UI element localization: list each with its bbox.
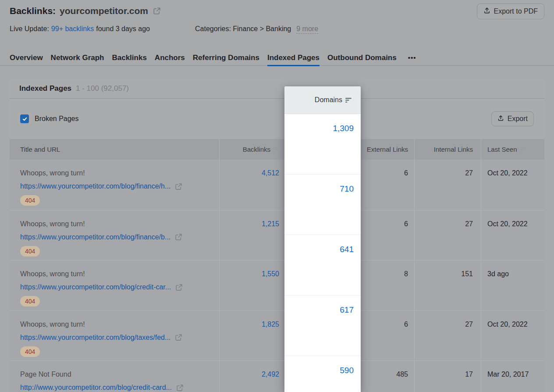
external-links-count: 6 xyxy=(361,311,414,361)
analyzed-domain: yourcompetitor.com xyxy=(60,6,148,16)
page-url-link[interactable]: https://www.yourcompetitor.com/blog/fina… xyxy=(20,232,170,242)
backlinks-count-link[interactable]: 4,512 xyxy=(219,160,284,210)
tab-referring-domains[interactable]: Referring Domains xyxy=(193,53,259,66)
domains-count-link[interactable]: 617 xyxy=(340,305,354,315)
page-url-line: https://www.yourcompetitor.com/blog/fina… xyxy=(20,232,219,242)
backlinks-count-link[interactable]: 2,492 xyxy=(219,361,284,392)
card-header: Indexed Pages 1 - 100 (92,057) xyxy=(10,79,544,99)
filter-row: Broken Pages Export xyxy=(10,99,544,139)
table-row: Whoops, wrong turn! https://www.yourcomp… xyxy=(10,210,544,260)
internal-links-count: 17 xyxy=(414,361,481,392)
page-title-text: Whoops, wrong turn! xyxy=(20,168,219,178)
export-to-pdf-button[interactable]: Export to PDF xyxy=(477,4,544,19)
indexed-pages-card: Indexed Pages 1 - 100 (92,057) Broken Pa… xyxy=(10,79,544,392)
report-tabs: OverviewNetwork GraphBacklinksAnchorsRef… xyxy=(0,53,554,66)
card-title: Indexed Pages xyxy=(19,84,71,93)
external-link-icon[interactable] xyxy=(175,284,183,291)
live-update-suffix: found 3 days ago xyxy=(96,25,150,33)
export-button[interactable]: Export xyxy=(491,111,534,126)
external-links-count: 8 xyxy=(361,260,414,310)
column-header-domains[interactable]: Domains xyxy=(284,86,361,114)
tab-list: OverviewNetwork GraphBacklinksAnchorsRef… xyxy=(10,53,397,66)
http-status-badge: 404 xyxy=(20,346,40,357)
tab-overview[interactable]: Overview xyxy=(10,53,43,66)
export-to-pdf-label: Export to PDF xyxy=(494,7,538,15)
last-seen-value: Oct 20, 2022 xyxy=(481,311,544,361)
external-links-count: 6 xyxy=(361,210,414,260)
title-url-cell: Page Not Found http://www.yourcompetitor… xyxy=(10,361,219,392)
last-seen-value: Oct 20, 2022 xyxy=(481,210,544,260)
page-url-line: https://www.yourcompetitor.com/blog/fina… xyxy=(20,182,219,191)
page-url-link[interactable]: https://www.yourcompetitor.com/blog/taxe… xyxy=(20,333,170,342)
export-label: Export xyxy=(508,115,528,123)
column-header-last-seen[interactable]: Last Seen xyxy=(481,139,544,160)
page-url-link[interactable]: https://www.yourcompetitor.com/blog/cred… xyxy=(20,282,171,292)
backlinks-header-label: Backlinks xyxy=(243,146,270,153)
column-header-external-links[interactable]: External Links xyxy=(361,139,414,160)
tab-backlinks[interactable]: Backlinks xyxy=(112,53,146,66)
categories-more-link[interactable]: 9 more xyxy=(296,25,318,34)
last-seen-value: 3d ago xyxy=(481,260,544,310)
last-seen-header-label: Last Seen xyxy=(487,146,517,153)
title-url-cell: Whoops, wrong turn! https://www.yourcomp… xyxy=(10,260,219,310)
column-header-title-url: Title and URL xyxy=(10,139,219,160)
backlinks-count-link[interactable]: 1,825 xyxy=(219,311,284,361)
page-title-text: Whoops, wrong turn! xyxy=(20,219,219,229)
internal-links-count: 27 xyxy=(414,160,481,210)
sort-icon xyxy=(520,147,526,152)
external-links-count: 485 xyxy=(361,361,414,392)
backlinks-count-link[interactable]: 1,215 xyxy=(219,210,284,260)
table-header-row: Title and URL Backlinks External Links I… xyxy=(10,139,544,160)
page-url-link[interactable]: https://www.yourcompetitor.com/blog/fina… xyxy=(20,182,170,191)
tab-network-graph[interactable]: Network Graph xyxy=(51,53,104,66)
domains-count-link[interactable]: 710 xyxy=(340,184,354,194)
last-seen-value: Mar 20, 2017 xyxy=(481,361,544,392)
indexed-pages-table: Title and URL Backlinks External Links I… xyxy=(10,139,544,392)
result-range: 1 - 100 (92,057) xyxy=(76,84,129,93)
domains-cell: 1,309 xyxy=(284,114,361,175)
external-link-icon[interactable] xyxy=(175,233,182,241)
broken-pages-filter[interactable]: Broken Pages xyxy=(20,114,79,123)
broken-pages-checkbox[interactable] xyxy=(20,114,29,123)
column-header-internal-links[interactable]: Internal Links xyxy=(414,139,481,160)
external-link-icon[interactable] xyxy=(175,334,182,341)
external-link-icon[interactable] xyxy=(175,183,182,190)
external-link-icon[interactable] xyxy=(176,384,184,392)
meta-row: Live Update: 99+ backlinks found 3 days … xyxy=(10,25,544,35)
backlinks-found-link[interactable]: 99+ backlinks xyxy=(51,25,94,33)
table-row: Whoops, wrong turn! https://www.yourcomp… xyxy=(10,260,544,310)
internal-links-count: 27 xyxy=(414,210,481,260)
backlinks-count-link[interactable]: 1,550 xyxy=(219,260,284,310)
http-status-badge: 404 xyxy=(20,195,40,206)
domains-count-link[interactable]: 590 xyxy=(340,366,354,375)
page-title-text: Page Not Found xyxy=(20,370,219,379)
tabs-more-button[interactable]: ••• xyxy=(405,53,416,63)
domains-header-label: Domains xyxy=(315,96,342,104)
live-update-status: Live Update: 99+ backlinks found 3 days … xyxy=(10,25,150,33)
tab-outbound-domains[interactable]: Outbound Domains xyxy=(327,53,397,66)
external-link-icon[interactable] xyxy=(153,7,161,15)
page-url-line: http://www.yourcompetitor.com/blog/credi… xyxy=(20,383,219,392)
tab-anchors[interactable]: Anchors xyxy=(155,53,185,66)
page-title-text: Whoops, wrong turn! xyxy=(20,269,219,279)
backlink-analytics-page: Backlinks: yourcompetitor.com Export to … xyxy=(0,0,554,392)
domains-count-link[interactable]: 641 xyxy=(340,245,354,254)
page-url-link[interactable]: http://www.yourcompetitor.com/blog/credi… xyxy=(20,383,172,392)
http-status-badge: 404 xyxy=(20,246,40,257)
sort-icon xyxy=(345,97,352,103)
page-url-line: https://www.yourcompetitor.com/blog/cred… xyxy=(20,282,219,292)
column-header-backlinks[interactable]: Backlinks xyxy=(219,139,284,160)
table-row: Whoops, wrong turn! https://www.yourcomp… xyxy=(10,310,544,361)
page-url-line: https://www.yourcompetitor.com/blog/taxe… xyxy=(20,333,219,342)
internal-links-count: 27 xyxy=(414,311,481,361)
categories-label: Categories: Finance > Banking xyxy=(195,25,291,33)
domains-cell: 710 xyxy=(284,175,361,235)
domains-spotlight-column: Domains 1,309710641617590 xyxy=(284,86,361,392)
title-url-cell: Whoops, wrong turn! https://www.yourcomp… xyxy=(10,210,219,260)
title-url-cell: Whoops, wrong turn! https://www.yourcomp… xyxy=(10,311,219,361)
categories-row: Categories: Finance > Banking 9 more xyxy=(195,25,318,34)
tab-indexed-pages[interactable]: Indexed Pages xyxy=(267,53,320,66)
domains-count-link[interactable]: 1,309 xyxy=(333,124,354,133)
sort-icon xyxy=(273,147,279,152)
internal-links-count: 151 xyxy=(414,260,481,310)
